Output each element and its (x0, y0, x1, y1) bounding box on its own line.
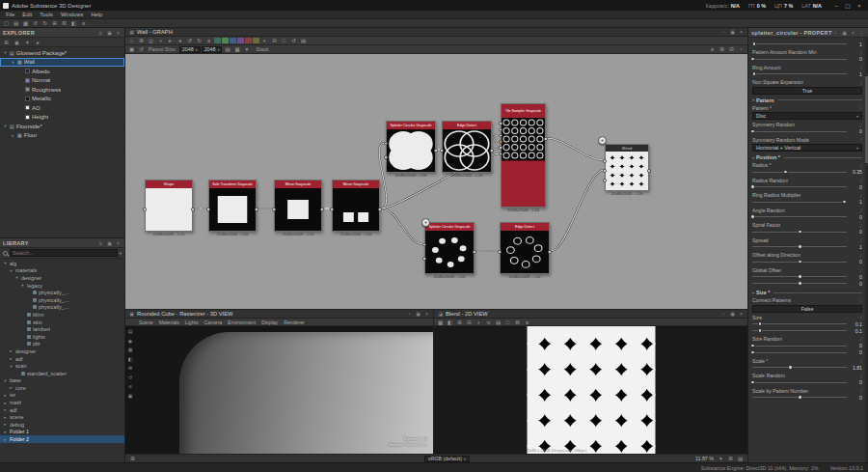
tree-arrow-icon[interactable]: ▾ (14, 275, 19, 280)
graph-node-splatter-circular-grayscale[interactable]: Splatter Circular Grayscale2048x2048 - L… (386, 121, 436, 173)
tree-arrow-icon[interactable]: ▾ (11, 60, 15, 65)
view3d-viewport[interactable]: ▤◉▦◧⊞↺≋▣ Samples: 12 Render Time: 0.21 s (125, 326, 433, 454)
filter-transform-icon[interactable] (237, 38, 244, 43)
input-pin[interactable] (499, 122, 502, 125)
graph-node-splatter-circular-grayscale-2[interactable]: Splatter Circular Grayscale2048x2048 - L… (424, 222, 475, 274)
function-icon[interactable]: ƒ (860, 123, 862, 127)
float-icon[interactable]: ▣ (841, 30, 848, 36)
input-pin[interactable] (499, 134, 502, 138)
output-pin[interactable] (378, 208, 382, 211)
slider-handle[interactable] (752, 42, 757, 46)
save-icon[interactable]: ▦ (21, 19, 30, 27)
param-slider[interactable] (752, 246, 847, 247)
param-slider[interactable] (752, 397, 847, 398)
tree-arrow-icon[interactable]: ▸ (11, 133, 15, 138)
explorer-item-glossend-package[interactable]: ▾▤Glossend Package* (0, 48, 124, 58)
settings-icon[interactable]: ≡ (79, 19, 88, 27)
menu-item-windows[interactable]: Windows (57, 12, 88, 17)
slider-handle[interactable] (750, 214, 755, 219)
colorspace-select[interactable]: sRGB (default) ▾ (424, 456, 470, 462)
library-item-legacy[interactable]: ▾legacy (0, 282, 124, 290)
filter-atomic-icon[interactable] (214, 38, 221, 43)
float-icon[interactable]: ▣ (415, 311, 421, 317)
input-pin[interactable] (384, 142, 388, 146)
output-pin[interactable] (320, 208, 324, 211)
slider-handle[interactable] (798, 260, 802, 264)
library-item-skin[interactable]: skin (0, 319, 124, 326)
close-icon[interactable]: × (850, 30, 856, 36)
library-item-physically[interactable]: physically_... (0, 304, 124, 312)
function-icon[interactable]: ƒ (860, 267, 862, 272)
graph-tab-title[interactable]: Wall - GRAPH (137, 29, 173, 35)
frame-all-icon[interactable]: ⊞ (137, 37, 146, 44)
function-icon[interactable]: ƒ (860, 374, 862, 378)
expand-all-icon[interactable]: ▸ (34, 39, 42, 46)
align-icon[interactable]: ≡ (708, 45, 717, 53)
tiling-icon[interactable]: ▦ (232, 45, 241, 53)
output-pin[interactable] (434, 149, 438, 153)
background-icon[interactable]: □ (503, 319, 512, 326)
home-icon[interactable]: ⌂ (127, 37, 136, 44)
tree-arrow-icon[interactable]: ▾ (20, 283, 25, 288)
graph-node-blend[interactable]: Blend2048x2048 - L16 (605, 144, 649, 191)
library-item-ter[interactable]: ▸ter (0, 392, 124, 400)
library-item-physically[interactable]: physically_... (0, 289, 124, 296)
view3d-menu-camera[interactable]: Camera (204, 319, 222, 325)
tree-arrow-icon[interactable]: ▸ (3, 415, 8, 420)
library-item-scan[interactable]: ▾scan (0, 362, 124, 370)
input-pin[interactable] (440, 149, 444, 153)
snap-icon[interactable]: ⊟ (727, 45, 736, 53)
param-slider[interactable] (752, 131, 847, 132)
param-slider[interactable] (752, 216, 847, 217)
grid-icon[interactable]: ⊟ (465, 319, 474, 326)
zoom-tool-icon[interactable]: ◧ (128, 356, 133, 362)
view3d-menu-materials[interactable]: Materials (159, 319, 179, 325)
slider-handle[interactable] (798, 274, 802, 279)
view3d-menu-environment[interactable]: Environment (228, 319, 256, 325)
library-item-designer[interactable]: ▸designer (0, 347, 124, 355)
float-icon[interactable]: ▣ (729, 29, 736, 35)
add-node-icon[interactable]: + (156, 37, 165, 44)
options-icon[interactable]: ▤ (299, 37, 308, 44)
output-pin[interactable] (255, 208, 258, 211)
function-icon[interactable]: ƒ (860, 50, 862, 55)
slider-handle[interactable] (842, 200, 847, 205)
format-dropdown-icon[interactable]: ▾ (242, 45, 251, 53)
pan-icon[interactable]: ◂ (176, 37, 184, 44)
explorer-item-roughness[interactable]: Roughness (0, 85, 124, 95)
undo-icon[interactable]: ↺ (185, 37, 194, 44)
explorer-item-height[interactable]: Height (0, 113, 124, 123)
param-slider[interactable] (752, 323, 847, 324)
close-button[interactable]: × (854, 3, 865, 9)
view3d-menu-display[interactable]: Display (261, 319, 278, 325)
function-icon[interactable]: ƒ (860, 337, 862, 342)
view3d-menu-scene[interactable]: Scene (139, 319, 153, 325)
slider-handle[interactable] (783, 170, 788, 175)
param-slider[interactable] (752, 262, 847, 263)
slider-handle[interactable] (798, 395, 802, 400)
function-icon[interactable]: ƒ (860, 105, 862, 110)
function-icon[interactable]: ƒ (860, 137, 862, 142)
param-slider[interactable] (752, 59, 847, 60)
pin-icon[interactable]: ▫ (406, 311, 413, 317)
param-slider[interactable] (752, 43, 847, 44)
pin-icon[interactable]: ▫ (720, 311, 727, 317)
param-slider[interactable] (752, 283, 847, 284)
tree-arrow-icon[interactable]: ▸ (3, 401, 8, 405)
library-item-adf[interactable]: ▸adf (0, 355, 124, 363)
output-pin[interactable] (548, 250, 552, 254)
input-pin[interactable] (272, 208, 276, 211)
link-sizes-icon[interactable]: ▣ (127, 45, 136, 53)
slider-handle[interactable] (788, 365, 793, 370)
zoom-dropdown-icon[interactable]: ▾ (717, 455, 725, 462)
param-slider[interactable] (752, 73, 847, 74)
input-pin[interactable] (499, 146, 502, 150)
input-pin[interactable] (206, 208, 210, 211)
library-item-pbr[interactable]: pbr (0, 341, 124, 348)
slider-handle[interactable] (750, 57, 755, 62)
invert-icon[interactable]: ◐ (475, 319, 483, 326)
library-item-folder-2[interactable]: ▸Folder 2 (0, 435, 124, 443)
redo-icon[interactable]: ↻ (41, 19, 49, 27)
input-pin[interactable] (499, 153, 502, 156)
new-file-icon[interactable]: ▢ (2, 19, 11, 27)
